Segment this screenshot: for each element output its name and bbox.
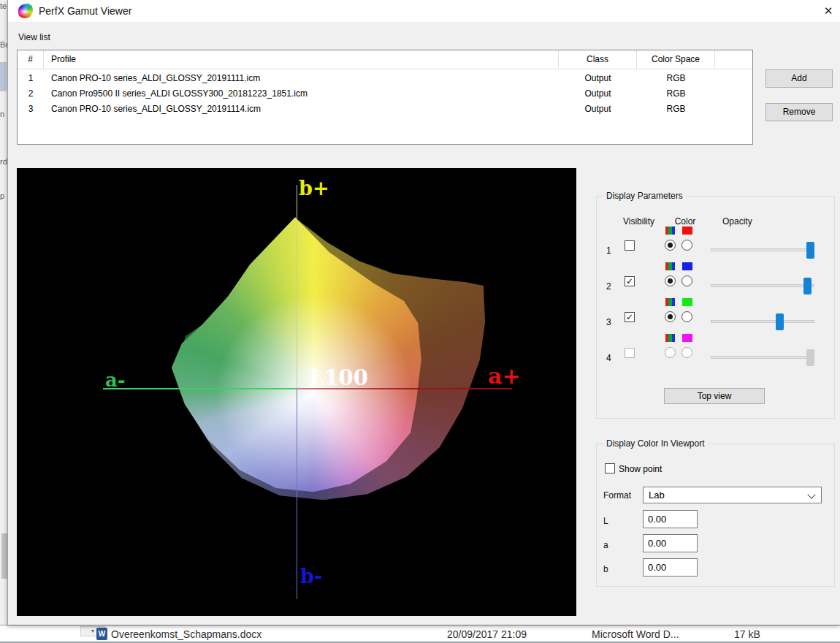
add-button[interactable]: Add xyxy=(765,69,833,88)
visibility-checkbox[interactable]: ✓ xyxy=(625,312,635,322)
row-class: Output xyxy=(559,86,637,102)
gamut-3d-viewport[interactable]: b+ a- a+ b- L100 xyxy=(17,168,576,616)
row-colorspace: RGB xyxy=(637,102,715,117)
background-file-row[interactable]: ▾ W Overeenkomst_Schapmans.docx 20/09/20… xyxy=(0,625,840,643)
lightness-label: L100 xyxy=(309,368,368,389)
display-parameters-title: Display Parameters xyxy=(603,191,686,201)
opacity-header: Opacity xyxy=(722,216,766,227)
row-num: 2 xyxy=(18,86,44,102)
close-icon[interactable]: ✕ xyxy=(817,2,839,20)
axis-label-b-minus: b- xyxy=(300,566,322,586)
b-axis-negative-line xyxy=(297,389,297,599)
row-profile: Canon PRO-10 series_ALDI_GLOSSY_20191111… xyxy=(51,71,559,86)
display-color-group: Display Color In Viewport Show point For… xyxy=(596,444,835,587)
red-swatch-icon xyxy=(682,227,692,235)
format-label: Format xyxy=(603,490,631,501)
visibility-checkbox[interactable]: ✓ xyxy=(625,276,635,286)
file-type: Microsoft Word D... xyxy=(592,628,679,640)
row-number: 2 xyxy=(606,281,618,292)
axis-label-a-minus: a- xyxy=(105,370,126,389)
view-list-label: View list xyxy=(18,32,50,42)
opacity-slider-thumb[interactable] xyxy=(776,313,784,330)
row-number: 1 xyxy=(606,246,618,256)
display-parameters-group: Display Parameters Visibility Color Opac… xyxy=(596,196,835,419)
background-text-fragment: te xyxy=(0,1,7,10)
row-num: 3 xyxy=(18,102,44,117)
format-value: Lab xyxy=(649,490,665,501)
background-scrollbar-thumb[interactable] xyxy=(1,533,7,579)
top-view-button[interactable]: Top view xyxy=(664,388,765,404)
background-selection-bar xyxy=(0,62,7,91)
multicolor-swatch-icon xyxy=(665,298,675,306)
magenta-swatch-icon xyxy=(682,334,692,342)
opacity-slider-track[interactable] xyxy=(711,356,814,359)
row-profile: Canon Pro9500 II series_ALDI GLOSSY300_2… xyxy=(51,86,559,102)
display-parameter-row: 1 xyxy=(597,233,836,268)
format-dropdown[interactable]: Lab xyxy=(643,487,822,503)
display-color-title: Display Color In Viewport xyxy=(603,438,708,449)
column-header-num[interactable]: # xyxy=(18,50,44,69)
row-class: Output xyxy=(559,102,637,117)
file-size: 17 kB xyxy=(734,628,760,640)
opacity-slider-track[interactable] xyxy=(711,284,814,287)
file-name: Overeenkomst_Schapmans.docx xyxy=(111,628,261,640)
profile-list-row[interactable]: 2Canon Pro9500 II series_ALDI GLOSSY300_… xyxy=(18,86,752,102)
word-doc-icon: W xyxy=(96,628,107,640)
row-num: 1 xyxy=(18,71,44,86)
column-header-colorspace[interactable]: Color Space xyxy=(637,50,715,69)
blue-swatch-icon xyxy=(682,262,692,270)
multicolor-radio[interactable] xyxy=(665,347,676,358)
perfx-gamut-viewer-dialog: PerfX Gamut Viewer ✕ View list # Profile… xyxy=(7,0,840,625)
L-label: L xyxy=(603,516,608,526)
single-color-radio[interactable] xyxy=(681,240,692,251)
a-value-input[interactable] xyxy=(643,534,698,552)
opacity-slider-thumb[interactable] xyxy=(803,278,812,294)
app-gamut-icon xyxy=(18,4,33,18)
profile-list-row[interactable]: 1Canon PRO-10 series_ALDI_GLOSSY_2019111… xyxy=(18,71,752,86)
display-parameter-row: 3✓ xyxy=(597,305,836,340)
a-axis-negative-line xyxy=(103,388,297,389)
color-header: Color xyxy=(666,216,704,227)
green-swatch-icon xyxy=(682,298,692,306)
opacity-slider-track[interactable] xyxy=(711,248,814,251)
opacity-slider-thumb[interactable] xyxy=(806,242,814,259)
profile-list: # Profile Class Color Space 1Canon PRO-1… xyxy=(17,50,753,145)
display-parameter-row: 2✓ xyxy=(597,269,836,304)
visibility-checkbox[interactable] xyxy=(625,240,635,251)
column-header-profile[interactable]: Profile xyxy=(44,50,559,69)
visibility-header: Visibility xyxy=(611,216,666,227)
opacity-slider-track[interactable] xyxy=(711,320,814,323)
visibility-checkbox[interactable] xyxy=(625,348,635,358)
row-profile: Canon PRO-10 series_ALDI_GLOSSY_20191114… xyxy=(51,102,559,117)
b-axis-positive-line xyxy=(297,185,297,389)
column-header-class[interactable]: Class xyxy=(559,50,637,69)
display-parameter-row: 4 xyxy=(597,340,836,376)
chevron-down-icon xyxy=(807,490,815,498)
window-title: PerfX Gamut Viewer xyxy=(39,5,131,17)
file-modified: 20/09/2017 21:09 xyxy=(447,628,527,640)
single-color-radio[interactable] xyxy=(681,311,692,322)
multicolor-radio[interactable] xyxy=(665,240,676,251)
a-label: a xyxy=(603,540,608,550)
single-color-radio[interactable] xyxy=(681,275,692,286)
row-colorspace: RGB xyxy=(637,86,715,102)
multicolor-swatch-icon xyxy=(665,227,675,235)
title-bar[interactable]: PerfX Gamut Viewer ✕ xyxy=(8,0,840,22)
single-color-radio[interactable] xyxy=(681,347,692,358)
row-colorspace: RGB xyxy=(637,71,715,86)
background-text-fragment: rd xyxy=(0,157,7,166)
opacity-slider-thumb[interactable] xyxy=(806,349,814,366)
header-divider xyxy=(18,69,752,69)
row-class: Output xyxy=(559,71,637,86)
b-value-input[interactable] xyxy=(643,558,698,577)
axis-label-a-plus: a+ xyxy=(488,365,521,387)
multicolor-swatch-icon xyxy=(665,334,675,342)
background-text-fragment: p xyxy=(0,191,4,200)
show-point-checkbox[interactable] xyxy=(605,463,615,473)
remove-button[interactable]: Remove xyxy=(765,103,833,121)
L-value-input[interactable] xyxy=(643,510,698,528)
multicolor-radio[interactable] xyxy=(665,311,676,322)
multicolor-radio[interactable] xyxy=(665,275,676,286)
show-point-label: Show point xyxy=(619,464,662,474)
profile-list-row[interactable]: 3Canon PRO-10 series_ALDI_GLOSSY_2019111… xyxy=(18,102,752,117)
